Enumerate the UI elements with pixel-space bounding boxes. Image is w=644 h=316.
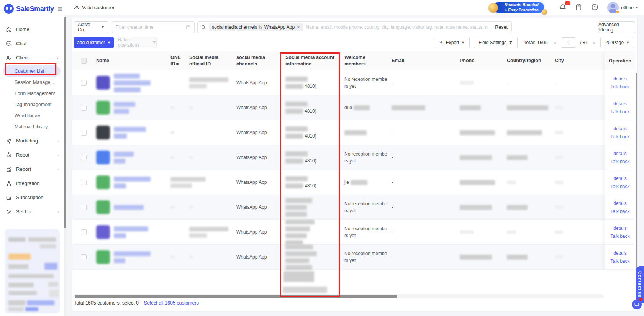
export-button[interactable]: Export ▼ [434,37,470,48]
table-vertical-scrollbar[interactable] [636,73,637,269]
details-link[interactable]: details [613,151,627,156]
search-input[interactable]: social media channels is WhatsApp App ✕ … [197,21,512,33]
row-checkbox[interactable] [81,205,87,210]
coin-icon [542,9,547,15]
table-horizontal-scrollbar[interactable] [73,294,604,298]
official-id-cell [189,227,236,238]
sidebar-scrollbar[interactable] [64,15,66,316]
sidebar-item-client[interactable]: Client ∨ [0,51,64,65]
brand-logo-icon [4,4,14,14]
redacted-value [507,180,516,184]
talk-back-link[interactable]: Talk back [610,234,629,239]
redacted-value [507,205,528,210]
details-link[interactable]: details [613,101,627,106]
sidebar-item-home[interactable]: Home [0,22,64,36]
row-checkbox[interactable] [81,229,87,235]
details-link[interactable]: details [613,176,627,181]
client-icon [6,55,12,61]
chevron-right-icon: › [57,153,59,157]
talk-back-link[interactable]: Talk back [610,134,629,139]
redacted-value [555,205,563,209]
presence-dropdown[interactable]: offline ▼ [621,5,639,10]
row-checkbox[interactable] [81,254,87,260]
customer-name-redacted [114,102,135,114]
welcome-members-cell: jie [344,180,392,185]
talk-back-link[interactable]: Talk back [610,184,629,189]
advanced-filtering-button[interactable]: Advanced filtering [598,21,635,33]
sidebar-item-subscription[interactable]: Subscription [0,190,64,205]
sidebar-item-chat[interactable]: Chat [0,36,64,51]
customer-name-cell [96,126,170,139]
talk-back-link[interactable]: Talk back [610,259,629,264]
column-header: social media channels [236,54,285,67]
next-page-button[interactable]: › [592,39,596,46]
page-number-input[interactable]: 1 [561,37,576,48]
filter-tag-operator: is [259,25,262,30]
rewards-line1: Rewards Boosted [505,2,539,7]
email-cell: - [392,130,460,135]
integration-icon [6,180,12,187]
prev-page-button[interactable]: ‹ [552,39,557,46]
select-all-link[interactable]: Select all 1605 customers [144,300,199,306]
talk-back-link[interactable]: Talk back [610,84,629,90]
close-icon[interactable]: ✕ [297,25,300,30]
sidebar-item-set-up[interactable]: Set Up › [0,205,64,219]
talk-back-link[interactable]: Talk back [610,209,629,214]
clipboard-icon[interactable] [575,3,583,12]
city-cell [555,180,599,184]
row-checkbox[interactable] [81,155,87,160]
sidebar-item-tag-management[interactable]: Tag management [0,99,64,110]
redacted-value [114,226,148,231]
channel-cell: WhatsApp App [236,254,285,260]
details-link[interactable]: details [613,126,627,131]
details-link[interactable]: details [613,201,627,206]
sidebar-item-robot[interactable]: Robot › [0,148,64,162]
add-customer-button[interactable]: add customer ▼ [74,37,114,48]
column-header: Name [96,57,170,64]
sidebar-item-word-library[interactable]: Word library [0,110,64,121]
redacted-value [555,230,563,234]
sidebar-item-report[interactable]: Report › [0,162,64,176]
row-checkbox[interactable] [81,130,87,136]
sidebar-item-form-management[interactable]: Form Management [0,88,64,99]
row-checkbox[interactable] [81,105,87,111]
help-icon[interactable]: ? [591,3,600,12]
sidebar-item-material-library[interactable]: Material Library [0,121,64,132]
hamburger-menu-icon[interactable]: ☰ [58,6,63,12]
reset-button[interactable]: Reset [490,24,508,31]
sidebar-item-customer-list[interactable]: Customer List [3,65,61,77]
batch-operations-button[interactable]: Batch operations [118,37,157,48]
field-settings-button[interactable]: Field Settings [474,37,518,48]
user-avatar[interactable] [607,2,619,13]
rewards-banner[interactable]: Rewards Boosted + Easy Promotion [493,2,544,13]
operation-cell: detailsTalk back [605,220,635,245]
details-link[interactable]: details [613,226,627,231]
row-checkbox[interactable] [81,80,87,86]
notification-bell-icon[interactable]: ••• [559,3,567,12]
talk-back-link[interactable]: Talk back [610,109,629,115]
details-link[interactable]: details [613,76,627,82]
redacted-value [285,77,308,82]
one-id-cell [170,106,189,109]
filter-tag-chip[interactable]: social media channels is WhatsApp App ✕ [209,23,303,31]
promo-widget-redacted[interactable] [5,229,60,313]
brand-name: SaleSmartly [16,5,54,13]
details-link[interactable]: details [613,251,627,256]
one-id-cell [170,177,189,188]
official-id-cell [189,156,236,159]
sidebar-item-marketing[interactable]: Marketing › [0,134,64,148]
sidebar-item-session-management[interactable]: Session Manage... [0,77,64,88]
select-all-checkbox[interactable] [81,58,87,64]
phone-cell [460,205,507,210]
page-size-select[interactable]: 20 /Page ▼ [600,37,634,48]
redacted-value [114,102,135,107]
channel-cell: WhatsApp App [236,155,285,160]
talk-back-link[interactable]: Talk back [610,159,629,164]
creation-time-filter-input[interactable]: Filter creation time [112,21,195,33]
row-checkbox[interactable] [81,180,87,185]
country-cell [507,230,555,234]
sidebar-item-integration[interactable]: Integration [0,176,64,190]
customer-segment-select[interactable]: Active Cu... ▼ [74,21,108,33]
redacted-value [285,205,307,210]
contact-us-tab[interactable]: Contact us [636,266,644,303]
